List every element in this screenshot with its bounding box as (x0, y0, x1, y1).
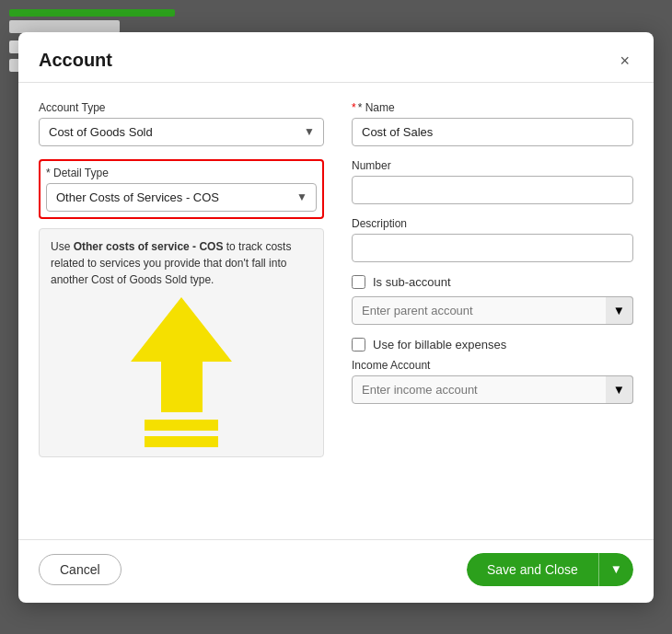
billable-label: Use for billable expenses (373, 338, 506, 352)
parent-account-wrapper: ▼ (352, 296, 633, 325)
billable-row: Use for billable expenses (352, 338, 633, 352)
cancel-button[interactable]: Cancel (39, 554, 122, 585)
arrow-shaft (161, 362, 203, 412)
account-type-select-wrapper: Cost of Goods Sold Income Expense Other … (39, 118, 324, 146)
info-text-bold: Other costs of service - COS (74, 240, 224, 253)
right-column: ** Name Number Description Is sub-accoun… (352, 101, 633, 530)
billable-checkbox[interactable] (352, 338, 365, 352)
income-account-group: Income Account ▼ (352, 359, 633, 404)
save-and-close-button[interactable]: Save and Close (467, 553, 598, 586)
modal-body: Account Type Cost of Goods Sold Income E… (18, 83, 654, 539)
subaccount-row: Is sub-account (352, 275, 633, 289)
subaccount-label: Is sub-account (373, 275, 451, 289)
save-button-group: Save and Close ▼ (467, 553, 633, 586)
arrow-up-icon (131, 297, 232, 362)
account-modal: Account × Account Type Cost of Goods Sol… (18, 32, 654, 603)
name-input[interactable] (352, 118, 633, 146)
account-type-label: Account Type (39, 101, 324, 114)
income-account-label: Income Account (352, 359, 633, 372)
number-input[interactable] (352, 176, 633, 204)
income-account-input[interactable] (352, 375, 633, 404)
name-label: ** Name (352, 101, 633, 114)
arrow-lines (145, 420, 218, 447)
description-input[interactable] (352, 234, 633, 262)
modal-title: Account (39, 50, 112, 71)
income-account-wrapper: ▼ (352, 375, 633, 404)
detail-type-select[interactable]: Other Costs of Services - COS Cost of La… (46, 183, 317, 212)
income-account-dropdown-icon: ▼ (613, 383, 625, 397)
info-box: Use Other costs of service - COS to trac… (39, 228, 324, 457)
number-label: Number (352, 159, 633, 172)
description-group: Description (352, 217, 633, 262)
parent-account-dropdown-btn[interactable]: ▼ (606, 296, 633, 325)
left-column: Account Type Cost of Goods Sold Income E… (39, 101, 324, 530)
subaccount-checkbox[interactable] (352, 275, 365, 289)
save-dropdown-button[interactable]: ▼ (598, 553, 633, 586)
name-group: ** Name (352, 101, 633, 146)
parent-account-dropdown-icon: ▼ (613, 304, 625, 317)
account-type-group: Account Type Cost of Goods Sold Income E… (39, 101, 324, 146)
number-group: Number (352, 159, 633, 204)
detail-type-select-wrapper: Other Costs of Services - COS Cost of La… (46, 183, 317, 212)
info-box-text: Use Other costs of service - COS to trac… (51, 238, 312, 288)
arrow-illustration (51, 297, 312, 447)
income-account-dropdown-btn[interactable]: ▼ (606, 375, 633, 404)
modal-footer: Cancel Save and Close ▼ (18, 539, 654, 603)
close-button[interactable]: × (616, 49, 633, 73)
detail-type-label: * Detail Type (46, 167, 317, 179)
account-type-select[interactable]: Cost of Goods Sold Income Expense Other … (39, 118, 324, 146)
description-label: Description (352, 217, 633, 230)
parent-account-input[interactable] (352, 296, 633, 325)
info-text-part1: Use (51, 240, 74, 253)
save-dropdown-icon: ▼ (610, 562, 622, 576)
name-required-star: * (352, 101, 356, 114)
detail-type-group: * Detail Type Other Costs of Services - … (39, 159, 324, 219)
modal-header: Account × (18, 32, 654, 83)
arrow-line-2 (145, 436, 218, 447)
arrow-line-1 (145, 420, 218, 431)
